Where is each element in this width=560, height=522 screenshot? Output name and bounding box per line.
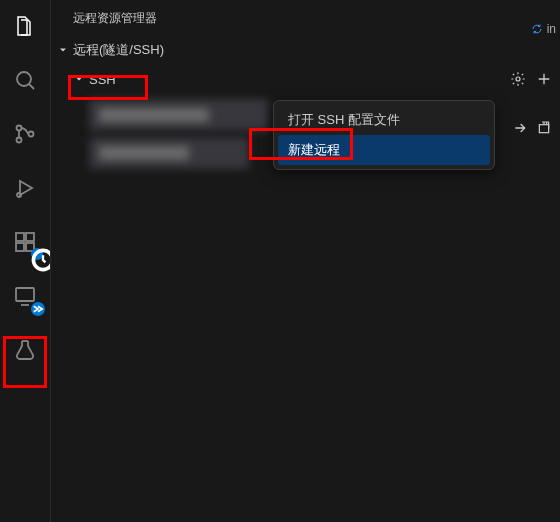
svg-rect-5: [16, 233, 24, 241]
panel-title: 远程资源管理器: [51, 0, 560, 39]
tree-group-ssh[interactable]: SSH: [51, 65, 560, 93]
testing-icon[interactable]: [9, 334, 41, 366]
remote-explorer-icon[interactable]: [9, 280, 41, 312]
menu-open-ssh-config[interactable]: 打开 SSH 配置文件: [274, 105, 494, 135]
menu-new-remote[interactable]: 新建远程: [278, 135, 490, 165]
svg-point-11: [516, 77, 520, 81]
group-actions: [508, 69, 554, 89]
host-label: [99, 146, 189, 160]
svg-point-1: [17, 126, 22, 131]
svg-rect-7: [16, 243, 24, 251]
ssh-host-item[interactable]: [89, 99, 269, 131]
chevron-down-icon: [55, 44, 71, 56]
sync-icon: [531, 23, 543, 35]
plus-icon[interactable]: [534, 69, 554, 89]
chevron-down-icon: [71, 73, 87, 85]
extensions-icon[interactable]: [9, 226, 41, 258]
remote-explorer-panel: 远程资源管理器 远程(隧道/SSH) SSH: [50, 0, 560, 522]
svg-point-2: [17, 138, 22, 143]
group-label: SSH: [89, 72, 116, 87]
update-badge-icon: [31, 248, 43, 260]
explorer-icon[interactable]: [9, 10, 41, 42]
ssh-host-item[interactable]: [89, 137, 249, 169]
status-fragment: in: [531, 22, 556, 36]
host-inline-actions: [510, 118, 554, 138]
status-text: in: [547, 22, 556, 36]
svg-point-4: [17, 193, 21, 197]
section-label: 远程(隧道/SSH): [73, 41, 164, 59]
svg-rect-12: [539, 125, 548, 133]
search-icon[interactable]: [9, 64, 41, 96]
tree-section-remotes[interactable]: 远程(隧道/SSH): [51, 39, 560, 61]
context-menu: 打开 SSH 配置文件 新建远程: [273, 100, 495, 170]
svg-rect-6: [26, 233, 34, 241]
new-window-icon[interactable]: [534, 118, 554, 138]
host-label: [99, 108, 209, 122]
gear-icon[interactable]: [508, 69, 528, 89]
remote-badge-icon: [31, 302, 45, 316]
arrow-right-icon[interactable]: [510, 118, 530, 138]
svg-point-0: [17, 72, 31, 86]
run-debug-icon[interactable]: [9, 172, 41, 204]
source-control-icon[interactable]: [9, 118, 41, 150]
activity-bar: [0, 0, 50, 522]
svg-point-3: [29, 132, 34, 137]
